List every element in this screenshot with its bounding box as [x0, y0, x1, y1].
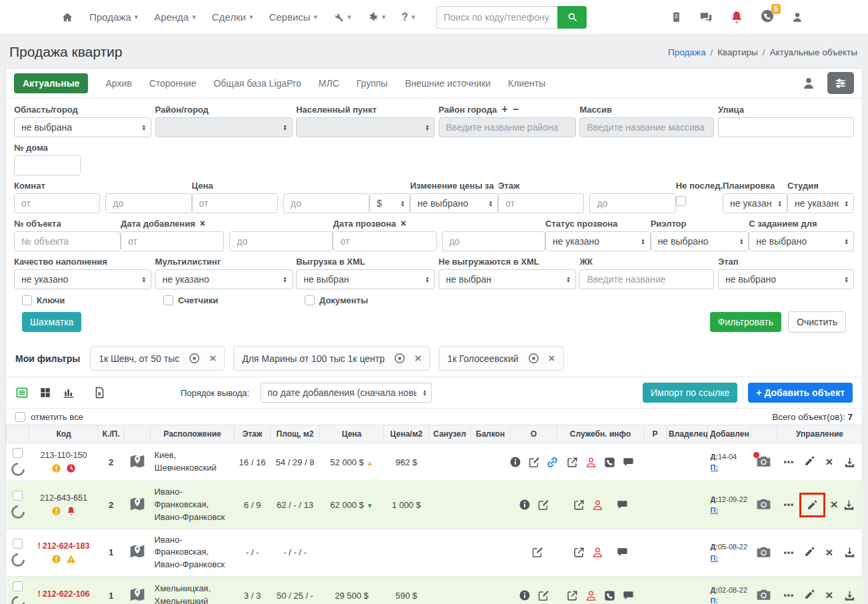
- excel-export-icon[interactable]: [93, 386, 106, 399]
- delete-icon[interactable]: ×: [825, 457, 833, 467]
- row-checkbox[interactable]: [13, 448, 23, 458]
- keys-checkbox-label[interactable]: Ключи: [22, 295, 163, 305]
- download-icon[interactable]: [843, 546, 856, 559]
- eye-icon[interactable]: [393, 352, 406, 365]
- more-actions-icon[interactable]: •••: [784, 457, 795, 467]
- external-link-icon[interactable]: [566, 589, 579, 602]
- remove-city-area-icon[interactable]: −: [513, 106, 519, 113]
- filter-settings-button[interactable]: [827, 72, 854, 94]
- rooms-from-input[interactable]: [14, 193, 100, 213]
- map-pin-icon[interactable]: [129, 495, 146, 513]
- breadcrumb-link-prodazha[interactable]: Продажа: [668, 47, 705, 57]
- call-history[interactable]: 5: [760, 9, 775, 26]
- edit-note-icon[interactable]: [537, 589, 549, 602]
- counters-checkbox-label[interactable]: Счетчики: [163, 295, 305, 305]
- journal-icon[interactable]: [670, 11, 683, 23]
- camera-icon[interactable]: [755, 453, 772, 469]
- external-link-icon[interactable]: [573, 546, 585, 559]
- delete-icon[interactable]: ×: [825, 548, 833, 557]
- price-to-input[interactable]: [283, 193, 369, 213]
- tab-obshchaya-baza[interactable]: Общая база LigaPro: [213, 78, 301, 89]
- search-button[interactable]: [557, 6, 587, 29]
- select-all-checkbox[interactable]: [15, 412, 25, 422]
- tab-gruppy[interactable]: Группы: [357, 78, 388, 89]
- street-input[interactable]: [718, 117, 854, 137]
- realtor-select[interactable]: не выбрано: [651, 231, 749, 251]
- edit-note-icon[interactable]: [531, 546, 543, 559]
- comment-icon[interactable]: [622, 456, 635, 469]
- row-checkbox[interactable]: [13, 491, 23, 501]
- region-select[interactable]: не выбрана: [14, 117, 151, 137]
- saved-filter-chip[interactable]: 1к Шевч, от 50 тыс ×: [90, 346, 225, 371]
- comment-icon[interactable]: [616, 499, 629, 511]
- xml-no-export-select[interactable]: не выбран: [439, 269, 576, 289]
- tab-vneshnie-istochniki[interactable]: Внешние источники: [405, 78, 491, 89]
- map-pin-icon[interactable]: [129, 586, 146, 603]
- quality-select[interactable]: не указано: [14, 269, 151, 289]
- stage-select[interactable]: не выбрано: [718, 269, 854, 289]
- grid-view-icon[interactable]: [39, 387, 51, 399]
- map-pin-icon[interactable]: [129, 453, 146, 470]
- tab-mls[interactable]: МЛС: [319, 78, 339, 89]
- list-view-icon[interactable]: [15, 386, 29, 399]
- external-link-icon[interactable]: [573, 499, 585, 511]
- district-select[interactable]: [155, 117, 293, 137]
- clear-date-added-icon[interactable]: ×: [200, 218, 205, 229]
- not-last-checkbox[interactable]: [676, 196, 686, 206]
- house-number-input[interactable]: [14, 155, 81, 175]
- download-icon[interactable]: [843, 499, 855, 511]
- camera-icon[interactable]: [755, 586, 772, 603]
- phone-link[interactable]: П:: [711, 506, 719, 514]
- clear-date-called-icon[interactable]: ×: [401, 218, 406, 229]
- person-icon[interactable]: [591, 499, 604, 511]
- documents-checkbox[interactable]: [305, 295, 315, 305]
- person-icon[interactable]: [585, 589, 597, 602]
- documents-checkbox-label[interactable]: Документы: [305, 295, 446, 305]
- phone-link[interactable]: П:: [711, 463, 719, 471]
- tab-storonnie[interactable]: Сторонние: [149, 78, 197, 89]
- remove-filter-icon[interactable]: ×: [415, 354, 421, 363]
- phone-icon[interactable]: [603, 456, 616, 469]
- floor-from-input[interactable]: [498, 193, 584, 213]
- person-icon[interactable]: [585, 456, 597, 469]
- keys-checkbox[interactable]: [22, 295, 32, 305]
- comment-icon[interactable]: [622, 589, 635, 602]
- info-icon[interactable]: [519, 589, 531, 601]
- user-icon[interactable]: [791, 11, 804, 24]
- search-input[interactable]: [436, 6, 557, 29]
- info-icon[interactable]: [509, 456, 521, 468]
- nav-menu-arenda[interactable]: Аренда▾: [154, 11, 196, 23]
- counters-checkbox[interactable]: [163, 295, 173, 305]
- phone-icon[interactable]: [603, 589, 616, 602]
- remove-filter-icon[interactable]: ×: [209, 354, 216, 363]
- tab-aktualnye[interactable]: Актуальные: [14, 73, 88, 93]
- layout-select[interactable]: не указано: [723, 193, 787, 213]
- more-actions-icon[interactable]: •••: [784, 591, 795, 600]
- nav-menu-servisy[interactable]: Сервисы▾: [269, 11, 317, 23]
- settlement-select[interactable]: [296, 117, 435, 137]
- xml-export-select[interactable]: не выбран: [296, 269, 435, 289]
- link-icon[interactable]: [546, 456, 559, 469]
- more-actions-icon[interactable]: •••: [784, 500, 795, 509]
- user-settings-icon[interactable]: [801, 75, 817, 91]
- camera-icon[interactable]: [755, 543, 772, 560]
- info-icon[interactable]: [519, 499, 531, 511]
- remove-filter-icon[interactable]: ×: [549, 354, 555, 363]
- edit-note-icon[interactable]: [527, 456, 540, 469]
- more-actions-icon[interactable]: •••: [784, 548, 795, 557]
- chats-icon[interactable]: [699, 10, 713, 25]
- chart-view-icon[interactable]: [62, 386, 75, 399]
- home-icon[interactable]: [61, 11, 73, 23]
- delete-icon[interactable]: ×: [825, 591, 833, 600]
- tab-arhiv[interactable]: Архив: [105, 78, 131, 89]
- nav-menu-prodazha[interactable]: Продажа▾: [89, 11, 138, 23]
- camera-icon[interactable]: [755, 495, 772, 512]
- residential-complex-input[interactable]: [579, 269, 714, 289]
- chess-button[interactable]: Шахматка: [22, 312, 81, 332]
- price-change-select[interactable]: не выбрано: [410, 193, 498, 213]
- multilisting-select[interactable]: не указано: [155, 269, 293, 289]
- saved-filter-chip[interactable]: 1к Голосеевский ×: [439, 346, 564, 371]
- sort-order-select[interactable]: по дате добавления (сначала новые): [260, 383, 432, 403]
- massif-input[interactable]: [579, 117, 714, 137]
- date-added-from-input[interactable]: [121, 231, 224, 251]
